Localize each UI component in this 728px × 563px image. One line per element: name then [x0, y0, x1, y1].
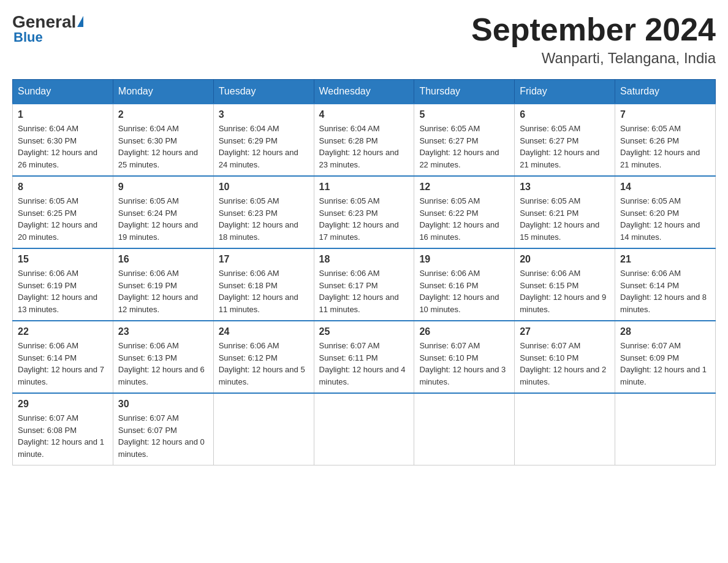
- day-number: 4: [319, 109, 409, 120]
- day-number: 24: [219, 326, 309, 337]
- calendar-cell: [213, 393, 314, 465]
- calendar-cell: 5 Sunrise: 6:05 AMSunset: 6:27 PMDayligh…: [414, 104, 515, 176]
- day-number: 9: [118, 182, 208, 193]
- day-number: 1: [18, 109, 108, 120]
- logo-triangle-icon: [77, 16, 83, 27]
- calendar-cell: [414, 393, 515, 465]
- day-info: Sunrise: 6:04 AMSunset: 6:30 PMDaylight:…: [18, 123, 108, 170]
- day-info: Sunrise: 6:06 AMSunset: 6:15 PMDaylight:…: [520, 267, 610, 315]
- day-info: Sunrise: 6:07 AMSunset: 6:10 PMDaylight:…: [520, 340, 610, 388]
- calendar-cell: 18 Sunrise: 6:06 AMSunset: 6:17 PMDaylig…: [314, 248, 414, 321]
- calendar-cell: 28 Sunrise: 6:07 AMSunset: 6:09 PMDaylig…: [615, 321, 716, 393]
- day-number: 2: [118, 109, 208, 120]
- day-number: 5: [419, 109, 509, 120]
- day-info: Sunrise: 6:05 AMSunset: 6:23 PMDaylight:…: [219, 195, 309, 243]
- day-info: Sunrise: 6:05 AMSunset: 6:27 PMDaylight:…: [419, 123, 509, 170]
- day-number: 28: [620, 326, 710, 337]
- day-info: Sunrise: 6:06 AMSunset: 6:19 PMDaylight:…: [18, 267, 108, 315]
- logo: General Blue: [12, 12, 83, 45]
- day-info: Sunrise: 6:04 AMSunset: 6:29 PMDaylight:…: [219, 123, 309, 170]
- day-number: 21: [620, 254, 710, 265]
- calendar-cell: 6 Sunrise: 6:05 AMSunset: 6:27 PMDayligh…: [515, 104, 615, 176]
- calendar-cell: 1 Sunrise: 6:04 AMSunset: 6:30 PMDayligh…: [13, 104, 113, 176]
- day-info: Sunrise: 6:06 AMSunset: 6:14 PMDaylight:…: [18, 340, 108, 388]
- day-number: 11: [319, 182, 409, 193]
- day-info: Sunrise: 6:05 AMSunset: 6:21 PMDaylight:…: [520, 195, 610, 243]
- calendar-cell: 2 Sunrise: 6:04 AMSunset: 6:30 PMDayligh…: [113, 104, 213, 176]
- day-info: Sunrise: 6:06 AMSunset: 6:12 PMDaylight:…: [219, 340, 309, 388]
- calendar-cell: 7 Sunrise: 6:05 AMSunset: 6:26 PMDayligh…: [615, 104, 716, 176]
- day-number: 20: [520, 254, 610, 265]
- calendar-cell: [515, 393, 615, 465]
- calendar-cell: 11 Sunrise: 6:05 AMSunset: 6:23 PMDaylig…: [314, 176, 414, 248]
- col-friday: Friday: [515, 80, 615, 104]
- calendar-week-row: 29 Sunrise: 6:07 AMSunset: 6:08 PMDaylig…: [13, 393, 716, 465]
- month-title: September 2024: [471, 12, 716, 47]
- day-info: Sunrise: 6:05 AMSunset: 6:26 PMDaylight:…: [620, 123, 710, 170]
- calendar-cell: 16 Sunrise: 6:06 AMSunset: 6:19 PMDaylig…: [113, 248, 213, 321]
- calendar-cell: 10 Sunrise: 6:05 AMSunset: 6:23 PMDaylig…: [213, 176, 314, 248]
- day-number: 19: [419, 254, 509, 265]
- day-info: Sunrise: 6:05 AMSunset: 6:27 PMDaylight:…: [520, 123, 610, 170]
- calendar-cell: 19 Sunrise: 6:06 AMSunset: 6:16 PMDaylig…: [414, 248, 515, 321]
- day-number: 3: [219, 109, 309, 120]
- calendar-cell: 17 Sunrise: 6:06 AMSunset: 6:18 PMDaylig…: [213, 248, 314, 321]
- day-info: Sunrise: 6:04 AMSunset: 6:28 PMDaylight:…: [319, 123, 409, 170]
- day-number: 16: [118, 254, 208, 265]
- col-monday: Monday: [113, 80, 213, 104]
- day-number: 8: [18, 182, 108, 193]
- day-info: Sunrise: 6:05 AMSunset: 6:25 PMDaylight:…: [18, 195, 108, 243]
- calendar-cell: 23 Sunrise: 6:06 AMSunset: 6:13 PMDaylig…: [113, 321, 213, 393]
- col-tuesday: Tuesday: [213, 80, 314, 104]
- col-thursday: Thursday: [414, 80, 515, 104]
- location-title: Wanparti, Telangana, India: [471, 50, 716, 67]
- day-info: Sunrise: 6:06 AMSunset: 6:16 PMDaylight:…: [419, 267, 509, 315]
- day-number: 22: [18, 326, 108, 337]
- col-saturday: Saturday: [615, 80, 716, 104]
- col-wednesday: Wednesday: [314, 80, 414, 104]
- calendar-cell: 25 Sunrise: 6:07 AMSunset: 6:11 PMDaylig…: [314, 321, 414, 393]
- day-info: Sunrise: 6:07 AMSunset: 6:07 PMDaylight:…: [118, 412, 208, 460]
- col-sunday: Sunday: [13, 80, 113, 104]
- calendar-cell: 8 Sunrise: 6:05 AMSunset: 6:25 PMDayligh…: [13, 176, 113, 248]
- calendar-table: Sunday Monday Tuesday Wednesday Thursday…: [12, 79, 716, 465]
- day-info: Sunrise: 6:05 AMSunset: 6:20 PMDaylight:…: [620, 195, 710, 243]
- calendar-cell: 29 Sunrise: 6:07 AMSunset: 6:08 PMDaylig…: [13, 393, 113, 465]
- day-number: 10: [219, 182, 309, 193]
- day-number: 7: [620, 109, 710, 120]
- calendar-cell: 26 Sunrise: 6:07 AMSunset: 6:10 PMDaylig…: [414, 321, 515, 393]
- calendar-cell: 9 Sunrise: 6:05 AMSunset: 6:24 PMDayligh…: [113, 176, 213, 248]
- day-info: Sunrise: 6:07 AMSunset: 6:10 PMDaylight:…: [419, 340, 509, 388]
- calendar-cell: 14 Sunrise: 6:05 AMSunset: 6:20 PMDaylig…: [615, 176, 716, 248]
- calendar-cell: 24 Sunrise: 6:06 AMSunset: 6:12 PMDaylig…: [213, 321, 314, 393]
- calendar-week-row: 8 Sunrise: 6:05 AMSunset: 6:25 PMDayligh…: [13, 176, 716, 248]
- day-info: Sunrise: 6:06 AMSunset: 6:13 PMDaylight:…: [118, 340, 208, 388]
- day-info: Sunrise: 6:06 AMSunset: 6:17 PMDaylight:…: [319, 267, 409, 315]
- day-info: Sunrise: 6:07 AMSunset: 6:08 PMDaylight:…: [18, 412, 108, 460]
- day-number: 25: [319, 326, 409, 337]
- calendar-cell: 4 Sunrise: 6:04 AMSunset: 6:28 PMDayligh…: [314, 104, 414, 176]
- day-info: Sunrise: 6:06 AMSunset: 6:19 PMDaylight:…: [118, 267, 208, 315]
- day-info: Sunrise: 6:04 AMSunset: 6:30 PMDaylight:…: [118, 123, 208, 170]
- calendar-header-row: Sunday Monday Tuesday Wednesday Thursday…: [13, 80, 716, 104]
- day-number: 13: [520, 182, 610, 193]
- day-info: Sunrise: 6:06 AMSunset: 6:18 PMDaylight:…: [219, 267, 309, 315]
- calendar-week-row: 15 Sunrise: 6:06 AMSunset: 6:19 PMDaylig…: [13, 248, 716, 321]
- calendar-cell: 12 Sunrise: 6:05 AMSunset: 6:22 PMDaylig…: [414, 176, 515, 248]
- calendar-cell: 13 Sunrise: 6:05 AMSunset: 6:21 PMDaylig…: [515, 176, 615, 248]
- day-info: Sunrise: 6:06 AMSunset: 6:14 PMDaylight:…: [620, 267, 710, 315]
- day-number: 17: [219, 254, 309, 265]
- day-number: 29: [18, 399, 108, 410]
- calendar-cell: [314, 393, 414, 465]
- calendar-cell: 21 Sunrise: 6:06 AMSunset: 6:14 PMDaylig…: [615, 248, 716, 321]
- day-number: 26: [419, 326, 509, 337]
- calendar-cell: 15 Sunrise: 6:06 AMSunset: 6:19 PMDaylig…: [13, 248, 113, 321]
- day-number: 12: [419, 182, 509, 193]
- title-block: September 2024 Wanparti, Telangana, Indi…: [471, 12, 716, 67]
- day-number: 30: [118, 399, 208, 410]
- day-number: 14: [620, 182, 710, 193]
- day-info: Sunrise: 6:05 AMSunset: 6:24 PMDaylight:…: [118, 195, 208, 243]
- day-number: 18: [319, 254, 409, 265]
- calendar-cell: 27 Sunrise: 6:07 AMSunset: 6:10 PMDaylig…: [515, 321, 615, 393]
- day-info: Sunrise: 6:07 AMSunset: 6:09 PMDaylight:…: [620, 340, 710, 388]
